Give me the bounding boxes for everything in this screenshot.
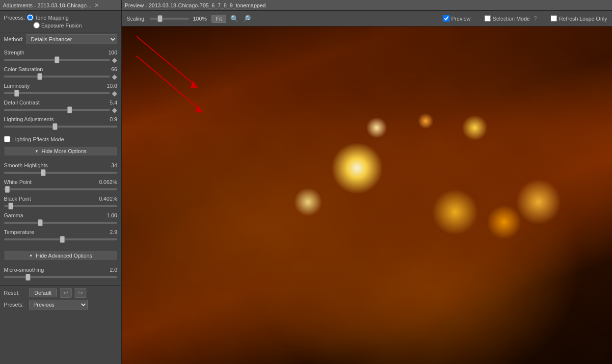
lighting-adj-slider-row: Lighting Adjustments -0.9 — [4, 116, 117, 130]
reset-label: Reset: — [4, 290, 26, 296]
color-sat-slider[interactable] — [4, 76, 110, 78]
hide-advanced-options-label: Hide Advanced Options — [36, 253, 92, 259]
tone-mapping-text: Tone Mapping — [35, 15, 69, 21]
tone-mapping-radio[interactable] — [27, 14, 33, 21]
advanced-sliders-section: Micro-smoothing 2.0 — [0, 263, 121, 286]
lighting-adj-slider[interactable] — [4, 126, 117, 128]
temperature-label: Temperature — [4, 229, 34, 235]
hide-advanced-options-btn[interactable]: ▼ Hide Advanced Options — [4, 251, 117, 260]
strength-slider-row: Strength 100 ◆ — [4, 50, 117, 64]
undo-btn[interactable]: ↩ — [60, 288, 72, 298]
bottom-bar: Reset: Default ↩ ↪ Presets: Previous — [0, 286, 121, 311]
black-point-slider[interactable] — [4, 205, 117, 207]
luminosity-header: Luminosity 10.0 — [4, 83, 117, 89]
strength-header: Strength 100 — [4, 50, 117, 55]
color-sat-header: Color Saturation 66 — [4, 66, 117, 72]
method-label: Method: — [4, 36, 24, 42]
close-left-btn[interactable]: ✕ — [94, 2, 99, 9]
right-panel: Scaling: 100% Fit 🔍 🔎 Preview Selection … — [122, 11, 612, 364]
lighting-adj-value: -0.9 — [100, 116, 117, 122]
scaling-value: 100 — [193, 16, 202, 22]
preview-checkbox[interactable] — [443, 15, 450, 22]
selection-mode-checkbox[interactable] — [484, 15, 491, 22]
luminosity-slider[interactable] — [4, 92, 110, 94]
white-point-header: White Point 0.062% — [4, 179, 117, 185]
preview-label: Preview — [452, 16, 471, 22]
left-title-text: Adjustments - 2013-03-18-Chicago... — [3, 2, 91, 8]
right-toolbar: Scaling: 100% Fit 🔍 🔎 Preview Selection … — [122, 11, 612, 26]
gamma-container — [4, 219, 117, 227]
redo-btn[interactable]: ↪ — [75, 288, 86, 298]
selection-mode-help[interactable]: ? — [533, 15, 537, 22]
black-point-header: Black Point 0.401% — [4, 196, 117, 202]
detail-contrast-slider-container: ◆ — [4, 106, 117, 114]
strength-slider[interactable] — [4, 59, 110, 61]
left-panel: Process: Tone Mapping Exposure Fusion Me… — [0, 11, 122, 364]
selection-mode-label[interactable]: Selection Mode — [484, 15, 530, 22]
detail-contrast-slider-row: Detail Contrast 5.4 ◆ — [4, 100, 117, 114]
preview-check-label[interactable]: Preview — [443, 15, 471, 22]
more-options-sliders: Smooth Highlights 34 White Point 0.062% — [0, 159, 121, 248]
white-point-row: White Point 0.062% — [4, 179, 117, 193]
smooth-highlights-slider[interactable] — [4, 172, 117, 174]
detail-contrast-header: Detail Contrast 5.4 — [4, 100, 117, 105]
refresh-loupe-checkbox[interactable] — [551, 15, 557, 22]
exposure-fusion-row: Exposure Fusion — [33, 22, 117, 28]
more-options-arrow: ▼ — [35, 149, 39, 154]
gamma-slider[interactable] — [4, 222, 117, 224]
smooth-highlights-label: Smooth Highlights — [4, 162, 48, 168]
detail-contrast-label: Detail Contrast — [4, 100, 40, 105]
presets-select[interactable]: Previous — [29, 300, 88, 310]
exposure-fusion-radio[interactable] — [33, 22, 40, 28]
process-section: Process: Tone Mapping Exposure Fusion — [0, 11, 121, 32]
micro-smoothing-slider[interactable] — [4, 276, 117, 278]
method-row: Method: Details Enhancer — [0, 32, 121, 46]
white-point-label: White Point — [4, 179, 31, 185]
detail-contrast-icon: ◆ — [112, 106, 117, 114]
luminosity-icon: ◆ — [112, 89, 117, 97]
preview-image — [122, 26, 612, 364]
micro-smoothing-header: Micro-smoothing 2.0 — [4, 267, 117, 273]
detail-contrast-slider[interactable] — [4, 109, 110, 111]
white-point-value: 0.062% — [99, 179, 117, 185]
black-point-label: Black Point — [4, 196, 31, 202]
gamma-label: Gamma — [4, 212, 23, 218]
title-bars: Adjustments - 2013-03-18-Chicago... ✕ Pr… — [0, 0, 612, 11]
lighting-adj-slider-container — [4, 123, 117, 130]
scaling-unit: % — [202, 16, 207, 22]
gamma-row: Gamma 1.00 — [4, 212, 117, 227]
presets-row: Presets: Previous — [4, 300, 117, 310]
gamma-header: Gamma 1.00 — [4, 212, 117, 218]
default-btn[interactable]: Default — [29, 288, 57, 297]
strength-icon: ◆ — [112, 56, 117, 64]
luminosity-slider-row: Luminosity 10.0 ◆ — [4, 83, 117, 97]
white-point-slider[interactable] — [4, 188, 117, 190]
refresh-loupe-label[interactable]: Refresh Loupe Only — [551, 15, 607, 22]
tone-mapping-radio-label[interactable]: Tone Mapping — [27, 14, 69, 21]
main-layout: Process: Tone Mapping Exposure Fusion Me… — [0, 11, 612, 364]
color-sat-value: 66 — [100, 66, 117, 72]
temperature-slider[interactable] — [4, 238, 117, 240]
micro-smoothing-container — [4, 273, 117, 281]
gamma-value: 1.00 — [100, 212, 117, 218]
micro-smoothing-value: 2.0 — [100, 267, 117, 273]
detail-contrast-value: 5.4 — [100, 100, 117, 105]
zoom-in-icon[interactable]: 🔎 — [242, 15, 251, 23]
strength-value: 100 — [100, 50, 117, 55]
black-point-row: Black Point 0.401% — [4, 196, 117, 210]
zoom-out-icon[interactable]: 🔍 — [230, 15, 239, 23]
exposure-fusion-radio-label[interactable]: Exposure Fusion — [33, 22, 82, 28]
lighting-effects-label: Lighting Effects Mode — [12, 136, 64, 142]
temperature-header: Temperature 2.9 — [4, 229, 117, 235]
reset-row: Reset: Default ↩ ↪ — [4, 288, 117, 298]
color-sat-label: Color Saturation — [4, 66, 43, 72]
right-title-bar: Preview - 2013-03-18-Chicago-705_6_7_8_9… — [122, 0, 612, 11]
scaling-slider[interactable] — [150, 18, 189, 20]
smooth-highlights-container — [4, 169, 117, 177]
white-point-container — [4, 185, 117, 193]
fit-btn[interactable]: Fit — [212, 15, 226, 23]
hide-more-options-btn[interactable]: ▼ Hide More Options — [4, 146, 117, 156]
lighting-effects-checkbox[interactable] — [4, 136, 10, 142]
color-sat-icon: ◆ — [112, 73, 117, 80]
method-select[interactable]: Details Enhancer — [27, 34, 117, 44]
